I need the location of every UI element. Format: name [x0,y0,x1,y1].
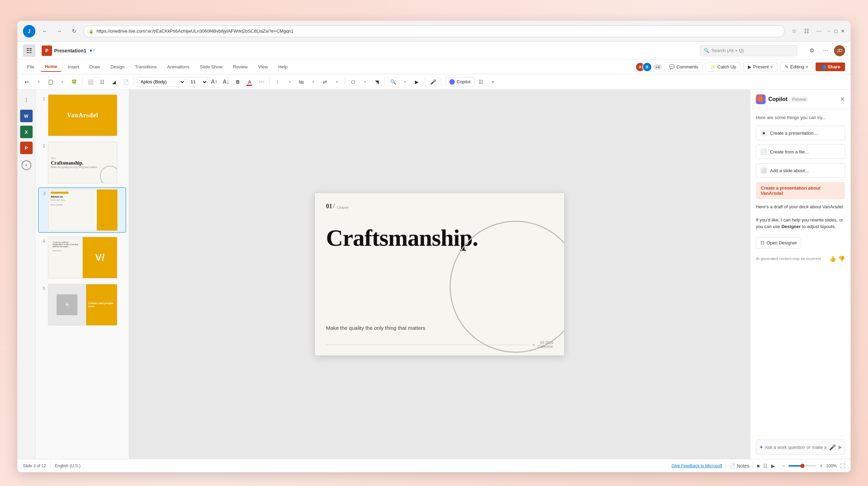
ribbon-tab-draw[interactable]: Draw [85,62,104,72]
undo-button[interactable]: ↩ [22,77,32,87]
zoom-in-button[interactable]: + [820,463,823,469]
browser-collections-button[interactable]: ☷ [801,26,812,36]
bold-button[interactable]: B [233,77,243,87]
font-decrease-button[interactable]: A↓ [221,77,231,87]
new-slide-button[interactable]: ⬜ [85,77,95,87]
sidebar-grid-icon[interactable]: ⁝ [20,94,33,106]
sidebar-word-icon[interactable]: W [20,110,33,122]
ribbon-tab-file[interactable]: File [23,62,39,72]
numbering-button[interactable]: № [296,77,307,87]
align-dropdown-button[interactable]: ▿ [332,77,342,87]
bullets-button[interactable]: ⁝ [273,77,283,87]
slide-layout-button[interactable]: ☷ [97,77,107,87]
collaborator-avatar-2[interactable]: B [642,62,652,72]
browser-profile-avatar[interactable]: J [23,25,35,37]
dictate-button[interactable]: 🎤 [428,77,438,87]
paste-button[interactable]: 📋 [45,77,56,87]
browser-minimize-button[interactable]: − [826,29,831,34]
settings-icon-button[interactable]: ⚙ [806,45,817,56]
user-avatar[interactable]: JD [834,45,845,56]
editing-button[interactable]: ✎ Editing ▿ [780,62,813,72]
slide2-chapter: 01 / [51,157,114,160]
share-button[interactable]: 👥 Share [816,62,845,71]
normal-view-button[interactable]: ■ [757,463,759,469]
copilot-send-button[interactable]: ➤ [837,444,842,451]
reading-view-button[interactable]: ▶ [771,463,775,469]
browser-close-button[interactable]: ✕ [840,29,845,34]
designer-button[interactable]: ☷ [476,77,486,87]
zoom-slider[interactable] [788,465,816,467]
browser-favorites-button[interactable]: ☆ [789,26,799,36]
slide-thumbnail-5[interactable]: 5 + Culture and people here. [38,283,126,327]
copilot-suggestion-2-button[interactable]: 📄 Create from a file... [756,144,845,159]
zoom-out-button[interactable]: − [782,463,785,469]
ribbon-tab-transitions[interactable]: Transitions [131,62,161,72]
ribbon-tab-animations[interactable]: Animations [163,62,194,72]
present-button[interactable]: ▶ Present ▿ [743,62,777,72]
fit-slide-button[interactable]: ⛶ [840,463,845,469]
copilot-suggestion-1-button[interactable]: ■ Create a presentation... [756,126,845,140]
paste-dropdown-button[interactable]: ▿ [57,77,67,87]
main-area: ⁝ W X P + 1 VanArsdel 2 0 [17,90,851,459]
browser-address-bar[interactable]: 🔒 https://onedrive.live.com/:w:/t/EaCKkP… [83,25,785,37]
app-search-bar[interactable]: 🔍 Search (Alt + Q) [700,45,797,56]
ribbon-tab-insert[interactable]: Insert [64,62,83,72]
slide-reset-button[interactable]: ◢ [109,77,119,87]
sidebar-powerpoint-icon[interactable]: P [20,142,33,154]
font-increase-button[interactable]: A↑ [209,77,219,87]
text-color-button[interactable]: A [244,77,255,87]
reuse-button[interactable]: ▶ [411,77,422,87]
numbering-dropdown-button[interactable]: ▿ [308,77,318,87]
ribbon-tab-view[interactable]: View [254,62,272,72]
ribbon-tab-home[interactable]: Home [41,62,61,72]
toolbar-more-button[interactable]: ▿ [487,77,498,87]
browser-maximize-button[interactable]: ◻ [833,29,838,34]
more-text-button[interactable]: ⋯ [256,77,267,87]
slide-sorter-button[interactable]: ☷ [763,463,768,469]
ribbon-tab-review[interactable]: Review [229,62,252,72]
more-options-button[interactable]: ⋯ [820,45,831,56]
ribbon-tab-design[interactable]: Design [106,62,128,72]
browser-forward-button[interactable]: → [54,26,65,36]
comments-button[interactable]: 💬 Comments [665,62,703,72]
arrange-button[interactable]: ◥ [372,77,382,87]
find-dropdown-button[interactable]: ▿ [400,77,410,87]
copilot-cta-button[interactable]: Create a presentation about VanArsdel [756,182,845,199]
shapes-dropdown-button[interactable]: ▿ [360,77,370,87]
format-painter-button[interactable]: 🍀 [69,77,79,87]
sidebar-add-button[interactable]: + [22,160,31,170]
chrome-icon[interactable]: ☷ [23,44,35,57]
shapes-button[interactable]: ⬡ [348,77,358,87]
find-button[interactable]: 🔍 [388,77,398,87]
ribbon-tab-slideshow[interactable]: Slide Show [196,62,227,72]
copilot-mic-button[interactable]: 🎤 [829,444,836,451]
browser-back-button[interactable]: ← [40,26,50,36]
browser-more-button[interactable]: ⋯ [814,26,824,36]
slide-thumbnail-1[interactable]: 1 VanArsdel [38,93,126,137]
sidebar-excel-icon[interactable]: X [20,126,33,138]
browser-refresh-button[interactable]: ↻ [69,26,79,36]
slide-thumbnail-3[interactable]: 3 About us. Some text here More content … [38,187,126,233]
thumbup-button[interactable]: 👍 [829,255,836,262]
feedback-link[interactable]: Give Feedback to Microsoft [671,463,722,468]
bullets-dropdown-button[interactable]: ▿ [284,77,295,87]
undo-dropdown-button[interactable]: ▿ [33,77,44,87]
copilot-open-designer-button[interactable]: ☷ Open Designer [756,237,801,249]
slide-section-button[interactable]: 📄 [120,77,131,87]
slide-thumbnail-2[interactable]: 2 01 / Craftsmanship. Make the quality t… [38,140,126,185]
copilot-close-button[interactable]: ✕ [840,95,845,103]
copilot-input-field[interactable] [765,445,828,450]
align-button[interactable]: ⇄ [320,77,330,87]
catchup-button[interactable]: ✨ Catch Up [706,62,741,72]
thumbdown-button[interactable]: 👎 [838,255,845,262]
font-family-selector[interactable]: Aptos (Body) [137,77,185,87]
font-size-selector[interactable]: 11 [187,77,208,87]
notes-button[interactable]: 📄 Notes [729,463,749,469]
slide-canvas-wrapper[interactable]: 01 / Chapter Craftsmanship. Make the qua… [129,90,750,459]
copilot-message-p1: Here's a draft of your deck about VanArs… [756,203,845,210]
copilot-suggestion-3-button[interactable]: ⬜ Add a slide about... [756,163,845,178]
extra-collaborators-badge: +4 [653,64,662,70]
slide-thumbnail-4[interactable]: 4 "A person without imagination is like … [38,235,126,280]
copilot-toolbar-button[interactable]: Copilot [445,77,474,86]
ribbon-tab-help[interactable]: Help [274,62,292,72]
